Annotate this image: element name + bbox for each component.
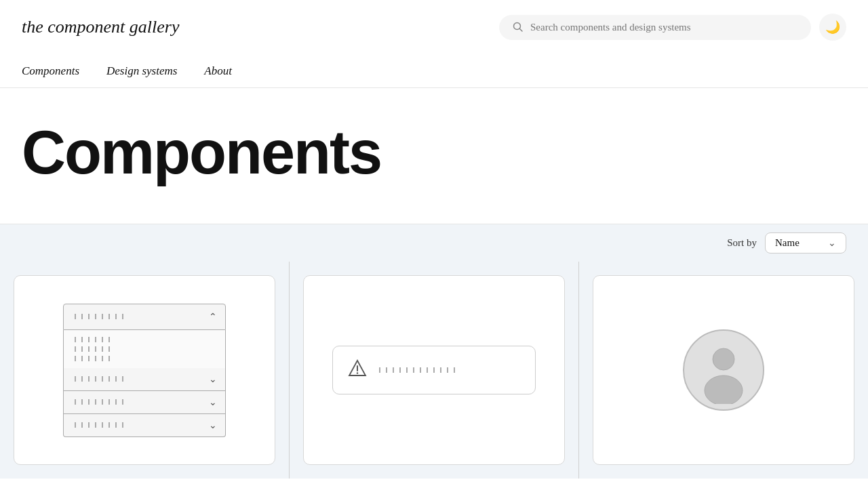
svg-line-1 [520,29,523,32]
sort-value: Name [775,237,800,249]
card-column-alert [290,262,579,479]
svg-point-5 [713,348,734,370]
accordion-header: ⌃ [63,304,226,330]
accordion-row-3: ⌄ [63,414,226,437]
dark-mode-icon: 🌙 [825,20,840,35]
chevron-down-icon: ⌄ [828,237,836,249]
wavy-line [72,399,126,405]
accordion-row-1: ⌄ [63,368,226,391]
nav-item-components[interactable]: Components [22,64,79,78]
sort-label: Sort by [727,237,757,249]
alert-wavy-text [376,367,458,373]
main-nav: Components Design systems About [0,54,868,88]
accordion-chevron-down-1: ⌄ [209,373,217,385]
accordion-row-2: ⌄ [63,391,226,414]
avatar-circle [683,329,764,411]
sort-select[interactable]: Name ⌄ [765,232,846,253]
nav-item-about[interactable]: About [204,64,232,78]
component-card-accordion[interactable]: ⌃ ⌄ ⌄ ⌄ [14,275,275,465]
avatar-illustration [683,329,764,411]
hero-section: Components [0,88,868,224]
wavy-line [72,356,113,361]
accordion-illustration: ⌃ ⌄ ⌄ ⌄ [63,304,226,437]
component-card-avatar[interactable] [593,275,854,465]
site-title[interactable]: the component gallery [22,17,180,37]
svg-point-6 [705,375,743,404]
component-card-alert[interactable] [303,275,565,465]
wavy-line [72,346,113,352]
search-input[interactable] [530,22,797,33]
accordion-chevron-down-3: ⌄ [209,420,217,431]
card-column-accordion: ⌃ ⌄ ⌄ ⌄ [0,262,290,479]
accordion-body [63,330,226,368]
alert-warning-icon [348,359,367,382]
wavy-line [72,314,126,319]
search-icon [513,22,524,33]
accordion-chevron-down-2: ⌄ [209,396,217,408]
accordion-chevron-up: ⌃ [209,311,217,323]
svg-point-4 [357,372,358,373]
header-right: 🌙 [499,14,846,41]
avatar-person-icon [690,336,757,404]
cards-grid: ⌃ ⌄ ⌄ ⌄ [0,262,868,479]
nav-item-design-systems[interactable]: Design systems [106,64,177,78]
wavy-line [72,337,113,342]
search-bar[interactable] [499,15,811,40]
alert-illustration [332,346,536,394]
wavy-line [72,376,126,382]
card-column-avatar [579,262,868,479]
toolbar: Sort by Name ⌄ [0,224,868,262]
dark-mode-button[interactable]: 🌙 [819,14,846,41]
page-title: Components [22,122,846,183]
site-header: the component gallery 🌙 [0,0,868,54]
wavy-line [72,422,126,428]
